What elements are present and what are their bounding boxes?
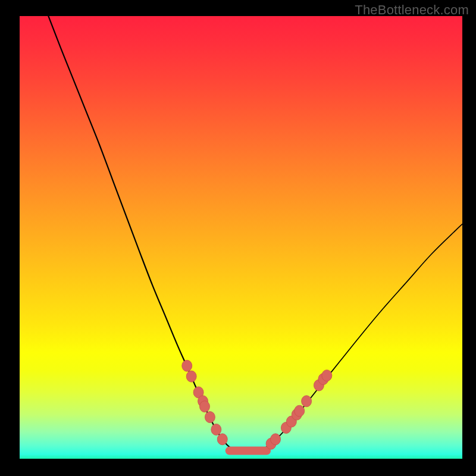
data-marker: [182, 360, 192, 371]
marker-group-right: [266, 370, 332, 450]
data-marker: [271, 434, 281, 445]
data-marker: [199, 401, 209, 412]
marker-group-left: [182, 360, 228, 445]
data-marker: [217, 434, 227, 445]
data-marker: [211, 424, 221, 435]
data-marker: [295, 405, 305, 416]
chart-svg: [20, 16, 462, 459]
data-marker: [322, 370, 332, 381]
bottleneck-curve-left: [48, 16, 236, 449]
data-marker: [302, 396, 312, 407]
data-marker: [186, 371, 196, 382]
data-marker: [205, 412, 215, 423]
bottleneck-curve-right: [261, 224, 462, 449]
plot-area: [20, 16, 462, 459]
chart-frame: TheBottleneck.com: [0, 0, 476, 476]
